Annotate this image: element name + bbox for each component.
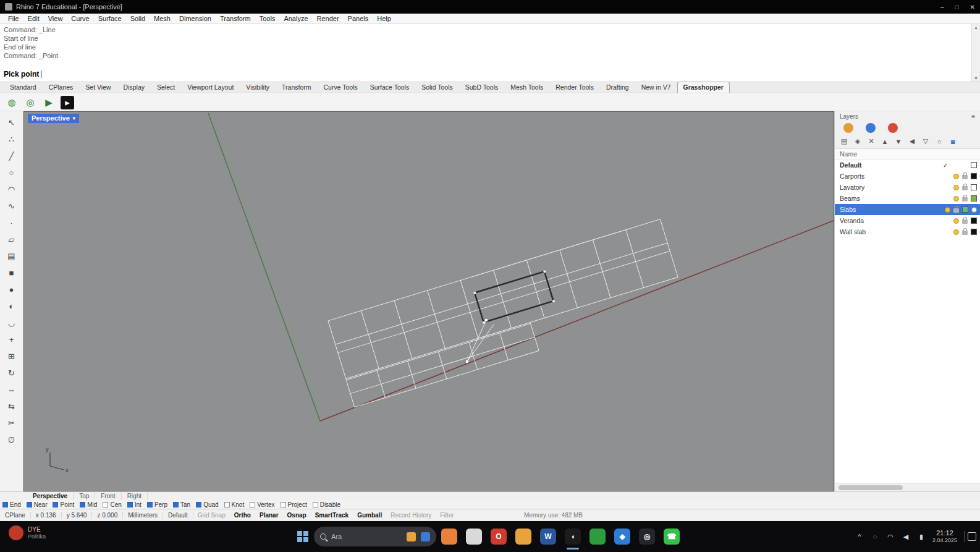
toolbar-tab[interactable]: Curve Tools: [318, 82, 364, 93]
toolbar-tab[interactable]: Viewport Layout: [181, 82, 240, 93]
layer-color-swatch[interactable]: [971, 162, 977, 168]
viewport-tab[interactable]: Front: [95, 493, 121, 499]
panel-menu-icon[interactable]: ≡: [971, 113, 975, 120]
rotate-icon[interactable]: ↻: [4, 365, 20, 380]
fillet-icon[interactable]: ◡: [4, 315, 20, 330]
arc-icon[interactable]: ◠: [4, 182, 20, 197]
osnap-toggle[interactable]: Vertex: [250, 501, 274, 508]
terminal-icon[interactable]: ▸: [61, 96, 74, 109]
battery-icon[interactable]: ▮: [917, 533, 926, 541]
checkbox[interactable]: [53, 502, 58, 507]
curve-icon[interactable]: ∿: [4, 198, 20, 213]
toolbar-tab[interactable]: Mesh Tools: [504, 82, 549, 93]
volume-icon[interactable]: ◀: [902, 533, 910, 541]
osnap-toggle[interactable]: End: [2, 501, 21, 508]
command-scrollbar[interactable]: ▲ ▼: [971, 24, 980, 82]
menu-item[interactable]: Solid: [126, 15, 150, 22]
lock-icon[interactable]: [962, 175, 968, 179]
taskbar-search[interactable]: Ara: [314, 527, 436, 546]
scale-icon[interactable]: ⇔: [4, 382, 20, 397]
chevron-down-icon[interactable]: ▾: [73, 116, 75, 121]
visibility-bulb-icon[interactable]: [953, 229, 959, 235]
obs-icon[interactable]: ◎: [639, 529, 655, 545]
hide-icon[interactable]: ∅: [4, 432, 20, 447]
toolbar-tab[interactable]: Solid Tools: [415, 82, 459, 93]
status-toggle[interactable]: Planar: [255, 512, 283, 519]
layer-row[interactable]: Default ✓: [835, 159, 980, 171]
rhino-app-icon[interactable]: ◖: [565, 529, 581, 545]
checkbox[interactable]: [281, 502, 286, 507]
menu-item[interactable]: Panels: [344, 15, 373, 22]
status-toggle[interactable]: SmartTrack: [311, 512, 353, 519]
restore-button[interactable]: □: [955, 4, 959, 11]
news-widget[interactable]: DYE Politika: [9, 525, 46, 540]
toolbar-tab[interactable]: Set View: [79, 82, 117, 93]
point-icon[interactable]: ·: [4, 215, 20, 230]
menu-item[interactable]: View: [44, 15, 67, 22]
layer-row[interactable]: Carports ✓: [835, 171, 980, 182]
menu-item[interactable]: File: [4, 15, 23, 22]
chat-icon[interactable]: [466, 529, 482, 545]
visibility-bulb-icon[interactable]: [953, 174, 959, 179]
circle-icon[interactable]: ○: [4, 165, 20, 180]
layer-row[interactable]: Slabs ✓: [835, 204, 980, 215]
filter-icon[interactable]: ▽: [921, 137, 930, 145]
viewport-canvas[interactable]: Perspective ▾: [23, 111, 834, 491]
lock-icon[interactable]: [962, 231, 968, 235]
firefox-icon[interactable]: [441, 529, 457, 545]
toolbar-tab[interactable]: CPlanes: [43, 82, 80, 93]
layer-color-swatch[interactable]: [971, 173, 977, 179]
toolbar-tab[interactable]: Display: [117, 82, 151, 93]
whatsapp-icon[interactable]: ☎: [664, 529, 680, 545]
osnap-toggle[interactable]: Knot: [224, 501, 245, 508]
move-icon[interactable]: +: [4, 332, 20, 347]
extrude-icon[interactable]: ▤: [4, 248, 20, 263]
hidden-icons-chevron[interactable]: ^: [855, 533, 864, 540]
surface-icon[interactable]: ▱: [4, 232, 20, 247]
osnap-toggle[interactable]: Disable: [313, 501, 340, 508]
word-icon[interactable]: W: [540, 529, 556, 545]
collapse-icon[interactable]: ◀: [908, 137, 916, 145]
current-layer-button[interactable]: Default: [163, 512, 193, 519]
checkbox[interactable]: [103, 502, 108, 507]
osnap-toggle[interactable]: Near: [27, 501, 48, 508]
menu-item[interactable]: Edit: [23, 15, 44, 22]
move-up-icon[interactable]: ▲: [881, 138, 889, 145]
play-icon[interactable]: ▶: [42, 96, 56, 109]
scroll-up-icon[interactable]: ▲: [974, 25, 978, 30]
viewport-tab[interactable]: Right: [122, 493, 148, 499]
move-down-icon[interactable]: ▼: [894, 138, 903, 145]
osnap-toggle[interactable]: Point: [53, 501, 74, 508]
toolbar-tab[interactable]: Surface Tools: [364, 82, 415, 93]
menu-item[interactable]: Surface: [94, 15, 126, 22]
notifications-bell-icon[interactable]: [866, 123, 876, 133]
grasshopper-launch-icon[interactable]: ◍: [5, 96, 19, 109]
menu-item[interactable]: Curve: [67, 15, 93, 22]
panel-scrollbar[interactable]: [835, 483, 980, 491]
menu-item[interactable]: Transform: [216, 15, 255, 22]
scroll-down-icon[interactable]: ▼: [974, 76, 978, 80]
visibility-bulb-icon[interactable]: [945, 207, 950, 213]
status-toggle[interactable]: Filter: [436, 512, 458, 519]
render-sphere-icon[interactable]: [843, 123, 853, 133]
layer-row[interactable]: Lavatory ✓: [835, 182, 980, 193]
control-points-icon[interactable]: ∴: [4, 132, 20, 146]
checkbox[interactable]: [27, 502, 32, 507]
status-toggle[interactable]: Grid Snap: [193, 512, 230, 519]
toolbar-tab[interactable]: Grasshopper: [677, 82, 730, 93]
menu-item[interactable]: Mesh: [150, 15, 175, 22]
checkbox[interactable]: [196, 502, 201, 507]
lock-icon[interactable]: [962, 197, 968, 202]
layer-row[interactable]: Wall slab ✓: [835, 226, 980, 237]
osnap-toggle[interactable]: Project: [281, 501, 307, 508]
layer-color-swatch[interactable]: [971, 229, 977, 235]
command-prompt[interactable]: Pick point: [4, 70, 39, 79]
checkbox[interactable]: [127, 502, 133, 507]
menu-item[interactable]: Analyze: [279, 15, 312, 22]
checkbox[interactable]: [2, 502, 8, 507]
mirror-icon[interactable]: ⇆: [4, 399, 20, 414]
search-layers-icon[interactable]: ○: [935, 138, 944, 145]
vscode-icon[interactable]: ◆: [614, 529, 630, 545]
toolbar-tab[interactable]: Transform: [276, 82, 317, 93]
grasshopper-icon[interactable]: [589, 529, 606, 545]
